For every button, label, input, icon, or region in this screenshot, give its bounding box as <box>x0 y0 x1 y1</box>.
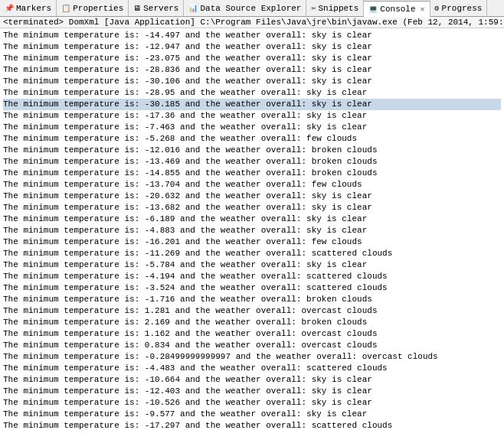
tab-datasource[interactable]: 📊 Data Source Explorer <box>184 0 306 16</box>
console-line[interactable]: The minimum temperature is: -13.704 and … <box>3 179 501 191</box>
console-line[interactable]: The minimum temperature is: -17.36 and t… <box>3 110 501 122</box>
tab-servers[interactable]: 🖥 Servers <box>129 0 184 16</box>
console-line[interactable]: The minimum temperature is: -4.194 and t… <box>3 271 501 282</box>
console-line[interactable]: The minimum temperature is: -17.297 and … <box>3 420 501 432</box>
console-line[interactable]: The minimum temperature is: -28.836 and … <box>3 64 501 76</box>
console-line[interactable]: The minimum temperature is: -28.95 and t… <box>3 87 501 99</box>
console-line[interactable]: The minimum temperature is: 0.834 and th… <box>3 340 501 351</box>
console-line[interactable]: The minimum temperature is: 1.281 and th… <box>3 305 501 317</box>
console-line[interactable]: The minimum temperature is: 2.169 and th… <box>3 317 501 328</box>
console-line[interactable]: The minimum temperature is: -12.403 and … <box>3 386 501 397</box>
console-line[interactable]: The minimum temperature is: -12.947 and … <box>3 41 501 53</box>
tab-snippets[interactable]: ✂ Snippets <box>306 0 364 16</box>
console-line[interactable]: The minimum temperature is: -14.497 and … <box>3 30 501 41</box>
console-line[interactable]: The minimum temperature is: -16.201 and … <box>3 236 501 248</box>
console-line[interactable]: The minimum temperature is: -7.463 and t… <box>3 122 501 133</box>
status-bar: <terminated> DomXml [Java Application] C… <box>0 17 504 28</box>
markers-icon: 📌 <box>5 4 14 13</box>
tab-datasource-label: Data Source Explorer <box>200 4 301 13</box>
console-line[interactable]: The minimum temperature is: -4.883 and t… <box>3 225 501 236</box>
console-line[interactable]: The minimum temperature is: -12.016 and … <box>3 145 501 156</box>
tab-snippets-label: Snippets <box>319 4 359 13</box>
servers-icon: 🖥 <box>133 4 141 13</box>
console-line[interactable]: The minimum temperature is: -4.483 and t… <box>3 363 501 374</box>
tab-bar: 📌 Markers 📋 Properties 🖥 Servers 📊 Data … <box>0 0 504 17</box>
console-line[interactable]: The minimum temperature is: -30.106 and … <box>3 76 501 87</box>
status-text: <terminated> DomXml [Java Application] C… <box>3 18 504 27</box>
console-output[interactable]: The minimum temperature is: -14.497 and … <box>0 28 504 440</box>
snippets-icon: ✂ <box>311 4 316 13</box>
tab-servers-label: Servers <box>143 4 178 13</box>
tab-console[interactable]: 💻 Console ✕ <box>364 1 430 17</box>
tab-markers-label: Markers <box>16 4 51 13</box>
properties-icon: 📋 <box>61 4 70 13</box>
console-line[interactable]: The minimum temperature is: -1.716 and t… <box>3 294 501 305</box>
tab-markers[interactable]: 📌 Markers <box>0 0 57 16</box>
console-line[interactable]: The minimum temperature is: -23.075 and … <box>3 53 501 64</box>
tab-console-label: Console <box>380 5 415 14</box>
console-line[interactable]: The minimum temperature is: -3.524 and t… <box>3 282 501 294</box>
console-line[interactable]: The minimum temperature is: -20.632 and … <box>3 191 501 202</box>
console-line[interactable]: The minimum temperature is: -5.268 and t… <box>3 133 501 145</box>
console-line[interactable]: The minimum temperature is: -6.189 and t… <box>3 213 501 225</box>
console-line[interactable]: The minimum temperature is: -10.664 and … <box>3 374 501 386</box>
console-line[interactable]: The minimum temperature is: -9.577 and t… <box>3 409 501 420</box>
console-icon: 💻 <box>368 5 378 14</box>
console-line[interactable]: The minimum temperature is: -13.682 and … <box>3 202 501 213</box>
console-line[interactable]: The minimum temperature is: -11.269 and … <box>3 248 501 259</box>
console-line[interactable]: The minimum temperature is: -13.469 and … <box>3 156 501 168</box>
tab-progress[interactable]: ⚙ Progress <box>430 0 488 16</box>
console-close-icon[interactable]: ✕ <box>421 5 425 14</box>
console-line[interactable]: The minimum temperature is: -14.855 and … <box>3 168 501 179</box>
progress-icon: ⚙ <box>435 4 440 13</box>
console-line[interactable]: The minimum temperature is: -5.784 and t… <box>3 259 501 271</box>
tab-properties[interactable]: 📋 Properties <box>57 0 129 16</box>
datasource-icon: 📊 <box>188 4 198 13</box>
tab-properties-label: Properties <box>73 4 123 13</box>
tab-progress-label: Progress <box>442 4 483 13</box>
console-line[interactable]: The minimum temperature is: -0.284999999… <box>3 351 501 363</box>
console-line[interactable]: The minimum temperature is: -10.526 and … <box>3 397 501 409</box>
console-line[interactable]: The minimum temperature is: 1.162 and th… <box>3 328 501 340</box>
console-line[interactable]: The minimum temperature is: -30.185 and … <box>3 99 501 110</box>
